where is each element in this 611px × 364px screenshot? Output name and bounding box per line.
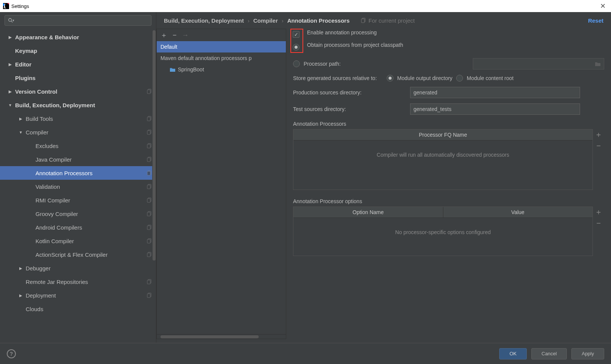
dialog-footer: ? OK Cancel Apply xyxy=(0,343,611,364)
highlight-annotation xyxy=(290,29,303,53)
svg-rect-8 xyxy=(147,90,150,94)
add-profile-button[interactable]: ＋ xyxy=(160,32,167,39)
options-table-header-value: Value xyxy=(443,207,593,217)
sidebar-item[interactable]: ▶Version Control xyxy=(0,85,156,98)
profile-item[interactable]: Default xyxy=(157,41,286,52)
obtain-from-classpath-radio[interactable] xyxy=(293,44,299,51)
profiles-list[interactable]: DefaultMaven default annotation processo… xyxy=(157,41,286,334)
svg-point-5 xyxy=(9,19,12,22)
svg-rect-18 xyxy=(147,171,150,175)
profile-item[interactable]: SpringBoot xyxy=(157,64,286,75)
sidebar-scrollbar[interactable] xyxy=(152,30,156,343)
prod-sources-input[interactable] xyxy=(410,87,580,98)
svg-rect-20 xyxy=(147,185,150,189)
sidebar-item[interactable]: ▶Editor xyxy=(0,57,156,71)
close-icon[interactable]: ✕ xyxy=(598,2,608,10)
sidebar-item[interactable]: ▶Debugger xyxy=(0,261,156,275)
test-sources-label: Test sources directory: xyxy=(293,106,406,112)
svg-rect-24 xyxy=(147,212,150,216)
ok-button[interactable]: OK xyxy=(499,348,527,359)
sidebar-item[interactable]: Java Compiler xyxy=(0,153,156,166)
scope-hint: For current project xyxy=(361,17,415,24)
breadcrumb-seg1[interactable]: Build, Execution, Deployment xyxy=(164,17,244,24)
svg-rect-30 xyxy=(147,253,150,257)
sidebar-item[interactable]: ▶Appearance & Behavior xyxy=(0,30,156,44)
breadcrumb: Build, Execution, Deployment › Compiler … xyxy=(156,12,611,29)
sidebar-item[interactable]: ▶Build Tools xyxy=(0,112,156,125)
sidebar-item[interactable]: Groovy Compiler xyxy=(0,207,156,221)
breadcrumb-seg3: Annotation Processors xyxy=(287,17,350,24)
folder-browse-icon[interactable] xyxy=(595,61,601,66)
annotation-processors-title: Annotation Processors xyxy=(293,121,349,127)
remove-option-button[interactable]: − xyxy=(596,219,601,227)
help-button[interactable]: ? xyxy=(7,349,16,358)
intellij-logo-icon xyxy=(3,3,9,9)
enable-annotation-checkbox[interactable] xyxy=(293,31,299,38)
sidebar-item[interactable]: Annotation Processors xyxy=(0,166,156,180)
svg-rect-10 xyxy=(147,117,150,121)
svg-rect-4 xyxy=(4,8,6,8)
processor-path-label: Processor path: xyxy=(304,61,341,67)
cancel-button[interactable]: Cancel xyxy=(531,348,567,359)
svg-rect-22 xyxy=(147,199,150,202)
svg-rect-28 xyxy=(147,239,150,243)
window-title: Settings xyxy=(11,3,29,9)
settings-tree[interactable]: ▶Appearance & BehaviorKeymap▶EditorPlugi… xyxy=(0,29,156,343)
sidebar-item[interactable]: Clouds xyxy=(0,302,156,316)
profiles-panel: ＋ − → DefaultMaven default annotation pr… xyxy=(156,29,286,339)
remove-profile-button[interactable]: − xyxy=(173,32,177,39)
sidebar-item[interactable]: Validation xyxy=(0,180,156,193)
remove-processor-button[interactable]: − xyxy=(596,142,601,150)
module-output-dir-radio[interactable] xyxy=(387,75,393,82)
sidebar-item[interactable]: ▶Deployment xyxy=(0,288,156,302)
test-sources-input[interactable] xyxy=(410,103,580,115)
sidebar-item[interactable]: Kotlin Compiler xyxy=(0,234,156,248)
profiles-hscrollbar[interactable] xyxy=(157,334,286,339)
breadcrumb-seg2[interactable]: Compiler xyxy=(253,17,278,24)
search-input[interactable]: ▾ xyxy=(5,15,151,26)
module-output-dir-label: Module output directory xyxy=(397,75,452,81)
sidebar-item[interactable]: ActionScript & Flex Compiler xyxy=(0,248,156,261)
chevron-right-icon: › xyxy=(248,17,250,24)
reset-link[interactable]: Reset xyxy=(588,17,603,24)
svg-rect-34 xyxy=(147,294,150,298)
processor-path-radio[interactable] xyxy=(293,60,300,67)
add-processor-button[interactable]: ＋ xyxy=(595,131,602,138)
sidebar-item[interactable]: Android Compilers xyxy=(0,221,156,234)
options-table[interactable]: Option Name Value No processor-specific … xyxy=(293,207,593,256)
sidebar-item[interactable]: Excludes xyxy=(0,139,156,153)
svg-rect-36 xyxy=(361,19,364,23)
svg-rect-3 xyxy=(4,7,5,8)
add-option-button[interactable]: ＋ xyxy=(595,208,602,216)
profiles-toolbar: ＋ − → xyxy=(157,29,286,41)
processors-table-header: Processor FQ Name xyxy=(293,130,592,140)
module-content-root-label: Module content root xyxy=(467,75,514,81)
apply-button[interactable]: Apply xyxy=(571,348,604,359)
processors-table[interactable]: Processor FQ Name Compiler will run all … xyxy=(293,129,593,190)
sidebar-item[interactable]: Keymap xyxy=(0,44,156,57)
svg-rect-37 xyxy=(170,69,175,72)
prod-sources-label: Production sources directory: xyxy=(293,89,406,96)
move-profile-button: → xyxy=(182,32,189,39)
processor-path-input[interactable] xyxy=(473,58,604,69)
sidebar-item[interactable]: Remote Jar Repositories xyxy=(0,275,156,288)
sidebar-item[interactable]: Plugins xyxy=(0,71,156,85)
svg-rect-16 xyxy=(147,158,150,162)
options-table-empty: No processor-specific options configured xyxy=(293,218,592,256)
sidebar-item[interactable]: ▼Build, Execution, Deployment xyxy=(0,98,156,112)
project-scope-icon xyxy=(361,18,366,23)
profile-item[interactable]: Maven default annotation processors p xyxy=(157,52,286,64)
chevron-right-icon: › xyxy=(282,17,284,24)
store-sources-label: Store generated sources relative to: xyxy=(293,75,377,81)
sidebar-item[interactable]: ▼Compiler xyxy=(0,125,156,139)
enable-annotation-label: Enable annotation processing xyxy=(307,29,403,35)
processor-options-title: Annotation Processor options xyxy=(293,198,364,204)
settings-sidebar: ▾ ▶Appearance & BehaviorKeymap▶EditorPlu… xyxy=(0,12,156,343)
sidebar-item[interactable]: RMI Compiler xyxy=(0,193,156,207)
module-content-root-radio[interactable] xyxy=(456,75,463,82)
svg-rect-26 xyxy=(147,226,150,230)
options-table-header-name: Option Name xyxy=(293,207,443,217)
processors-table-empty: Compiler will run all automatically disc… xyxy=(293,140,592,190)
svg-rect-12 xyxy=(147,131,150,134)
obtain-from-classpath-label: Obtain processors from project classpath xyxy=(307,42,403,48)
